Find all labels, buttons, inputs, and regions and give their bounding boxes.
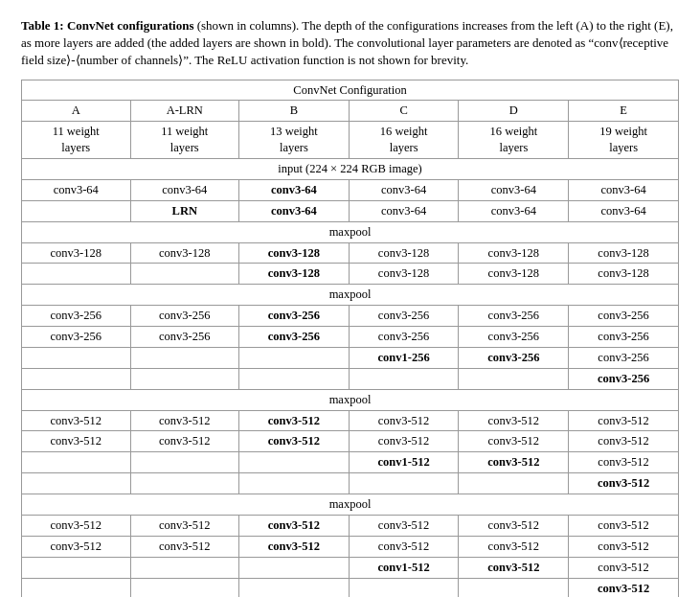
- c-b3r3: conv1-256: [349, 347, 459, 368]
- e-b1r1: conv3-64: [569, 179, 679, 200]
- b-b2r2: conv3-128: [239, 264, 350, 285]
- e-b2r2: conv3-128: [569, 264, 679, 285]
- e-b5r1: conv3-512: [569, 515, 679, 536]
- b-b3r1: conv3-256: [239, 306, 350, 327]
- alrn-b4r1: conv3-512: [130, 410, 239, 431]
- block5-row3: conv1-512 conv3-512 conv3-512: [22, 557, 679, 578]
- d-b5r4: [459, 578, 569, 597]
- alrn-b5r2: conv3-512: [130, 536, 239, 557]
- col-b-header: B: [239, 101, 350, 122]
- alrn-b3r1: conv3-256: [130, 306, 239, 327]
- col-e-sublabel: 19 weightlayers: [569, 122, 679, 159]
- e-b4r1: conv3-512: [569, 410, 679, 431]
- convnet-table: ConvNet Configuration A A-LRN B C D E 11…: [21, 80, 679, 597]
- b-b5r1: conv3-512: [239, 515, 350, 536]
- maxpool2-label: maxpool: [22, 285, 679, 306]
- e-b3r2: conv3-256: [569, 327, 679, 348]
- b-b4r1: conv3-512: [239, 410, 350, 431]
- block4-row2: conv3-512 conv3-512 conv3-512 conv3-512 …: [22, 431, 679, 452]
- e-b4r2: conv3-512: [569, 431, 679, 452]
- col-d-header: D: [459, 101, 569, 122]
- e-b1r2: conv3-64: [569, 200, 679, 221]
- col-c-sublabel: 16 weightlayers: [349, 122, 459, 159]
- a-b4r2: conv3-512: [22, 431, 131, 452]
- col-a-sublabel: 11 weightlayers: [22, 122, 131, 159]
- alrn-b5r4: [130, 578, 239, 597]
- alrn-b4r2: conv3-512: [130, 431, 239, 452]
- col-header-row: A A-LRN B C D E: [22, 101, 679, 122]
- input-label: input (224 × 224 RGB image): [22, 159, 679, 180]
- c-b5r4: [349, 578, 459, 597]
- block4-row3: conv1-512 conv3-512 conv3-512: [22, 452, 679, 473]
- block1-row1: conv3-64 conv3-64 conv3-64 conv3-64 conv…: [22, 179, 679, 200]
- c-b3r1: conv3-256: [349, 306, 459, 327]
- d-b4r2: conv3-512: [459, 431, 569, 452]
- c-b1r1: conv3-64: [349, 179, 459, 200]
- a-b2r2: [22, 264, 131, 285]
- a-b4r4: [22, 473, 131, 494]
- input-row: input (224 × 224 RGB image): [22, 159, 679, 180]
- b-b4r3: [239, 452, 350, 473]
- b-b5r2: conv3-512: [239, 536, 350, 557]
- block3-row1: conv3-256 conv3-256 conv3-256 conv3-256 …: [22, 306, 679, 327]
- d-b2r2: conv3-128: [459, 264, 569, 285]
- alrn-b1r1: conv3-64: [130, 179, 239, 200]
- alrn-b3r2: conv3-256: [130, 327, 239, 348]
- d-b5r2: conv3-512: [459, 536, 569, 557]
- b-b5r4: [239, 578, 350, 597]
- d-b4r1: conv3-512: [459, 410, 569, 431]
- maxpool1-row: maxpool: [22, 221, 679, 242]
- a-b5r4: [22, 578, 131, 597]
- block5-row2: conv3-512 conv3-512 conv3-512 conv3-512 …: [22, 536, 679, 557]
- maxpool1-label: maxpool: [22, 221, 679, 242]
- alrn-b2r2: [130, 264, 239, 285]
- table-title: ConvNet Configuration: [22, 80, 679, 101]
- c-b2r2: conv3-128: [349, 264, 459, 285]
- b-b3r4: [239, 368, 350, 389]
- caption-bold: ConvNet configurations: [67, 18, 194, 33]
- block1-row2: LRN conv3-64 conv3-64 conv3-64 conv3-64: [22, 200, 679, 221]
- c-b2r1: conv3-128: [349, 242, 459, 264]
- e-b5r2: conv3-512: [569, 536, 679, 557]
- a-b5r3: [22, 557, 131, 578]
- e-b4r4: conv3-512: [569, 473, 679, 494]
- e-b3r4: conv3-256: [569, 368, 679, 389]
- d-b3r4: [459, 368, 569, 389]
- c-b5r1: conv3-512: [349, 515, 459, 536]
- block2-row2: conv3-128 conv3-128 conv3-128 conv3-128: [22, 264, 679, 285]
- block3-row3: conv1-256 conv3-256 conv3-256: [22, 347, 679, 368]
- a-b2r1: conv3-128: [22, 242, 131, 264]
- e-b3r3: conv3-256: [569, 347, 679, 368]
- c-b4r2: conv3-512: [349, 431, 459, 452]
- col-c-header: C: [349, 101, 459, 122]
- alrn-b5r1: conv3-512: [130, 515, 239, 536]
- alrn-b5r3: [130, 557, 239, 578]
- d-b1r2: conv3-64: [459, 200, 569, 221]
- b-b4r2: conv3-512: [239, 431, 350, 452]
- c-b5r2: conv3-512: [349, 536, 459, 557]
- block3-row4: conv3-256: [22, 368, 679, 389]
- c-b4r4: [349, 473, 459, 494]
- d-b2r1: conv3-128: [459, 242, 569, 264]
- alrn-b1r2: LRN: [130, 200, 239, 221]
- col-e-header: E: [569, 101, 679, 122]
- c-b4r3: conv1-512: [349, 452, 459, 473]
- c-b3r2: conv3-256: [349, 327, 459, 348]
- a-b5r2: conv3-512: [22, 536, 131, 557]
- b-b4r4: [239, 473, 350, 494]
- block4-row4: conv3-512: [22, 473, 679, 494]
- d-b3r3: conv3-256: [459, 347, 569, 368]
- maxpool2-row: maxpool: [22, 285, 679, 306]
- a-b3r3: [22, 347, 131, 368]
- c-b3r4: [349, 368, 459, 389]
- maxpool3-row: maxpool: [22, 389, 679, 410]
- c-b1r2: conv3-64: [349, 200, 459, 221]
- e-b4r3: conv3-512: [569, 452, 679, 473]
- block2-row1: conv3-128 conv3-128 conv3-128 conv3-128 …: [22, 242, 679, 264]
- b-b5r3: [239, 557, 350, 578]
- block5-row4: conv3-512: [22, 578, 679, 597]
- e-b2r1: conv3-128: [569, 242, 679, 264]
- a-b3r2: conv3-256: [22, 327, 131, 348]
- c-b4r1: conv3-512: [349, 410, 459, 431]
- b-b3r2: conv3-256: [239, 327, 350, 348]
